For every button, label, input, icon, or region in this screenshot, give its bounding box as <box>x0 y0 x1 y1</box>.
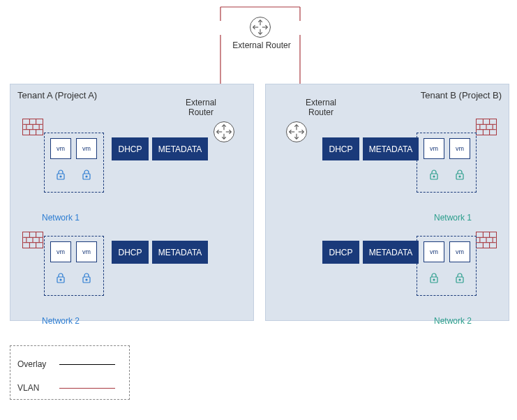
legend-overlay-label: Overlay <box>17 359 59 369</box>
metadata-box: METADATA <box>363 241 419 264</box>
firewall-icon <box>476 119 497 135</box>
legend-row-vlan: VLAN <box>17 380 122 396</box>
vm-box: vm <box>424 241 444 262</box>
legend-box: Overlay VLAN <box>10 345 130 400</box>
metadata-box: METADATA <box>363 137 419 160</box>
dhcp-box: DHCP <box>112 241 149 264</box>
svg-point-92 <box>459 279 460 280</box>
vm-box: vm <box>50 138 71 159</box>
dhcp-box: DHCP <box>322 241 359 264</box>
lock-icon <box>55 169 66 180</box>
metadata-box: METADATA <box>152 137 208 160</box>
dhcp-box: DHCP <box>112 137 149 160</box>
vm-box: vm <box>76 138 97 159</box>
vm-box: vm <box>424 138 444 159</box>
legend-vlan-line <box>59 388 115 389</box>
lock-icon <box>81 272 92 283</box>
svg-point-51 <box>60 176 61 177</box>
external-router-top-label: External Router <box>227 40 297 50</box>
svg-point-77 <box>433 176 435 177</box>
tenant-b-ext-router-label: External Router <box>300 98 342 118</box>
vm-box: vm <box>76 241 97 262</box>
svg-point-53 <box>86 176 87 177</box>
tenant-a-network-1-label: Network 1 <box>42 213 80 223</box>
svg-point-79 <box>459 176 460 177</box>
dhcp-box: DHCP <box>322 137 359 160</box>
tenant-b-network-1-label: Network 1 <box>434 213 472 223</box>
vm-box: vm <box>449 241 470 262</box>
lock-icon <box>428 169 440 180</box>
firewall-icon <box>476 232 497 248</box>
tenant-a-ext-router-label: External Router <box>180 98 222 118</box>
lock-icon <box>428 272 440 283</box>
lock-icon <box>55 272 66 283</box>
svg-point-66 <box>86 279 87 280</box>
router-icon-tenant-a <box>213 121 234 142</box>
vm-box: vm <box>50 241 71 262</box>
firewall-icon <box>22 232 43 248</box>
router-icon-top <box>250 17 271 38</box>
firewall-icon <box>22 119 43 135</box>
tenant-b-title: Tenant B (Project B) <box>421 90 502 100</box>
legend-overlay-line <box>59 364 115 365</box>
lock-icon <box>454 169 465 180</box>
tenant-a-title: Tenant A (Project A) <box>17 90 97 100</box>
legend-row-overlay: Overlay <box>17 356 122 373</box>
lock-icon <box>454 272 465 283</box>
lock-icon <box>81 169 92 180</box>
router-icon-tenant-b <box>286 121 307 142</box>
tenant-b-network-2-label: Network 2 <box>434 316 472 326</box>
diagram-canvas: External Router Tenant A (Project A) Ten… <box>0 0 517 420</box>
metadata-box: METADATA <box>152 241 208 264</box>
svg-point-64 <box>60 279 61 280</box>
tenant-a-network-2-label: Network 2 <box>42 316 80 326</box>
legend-vlan-label: VLAN <box>17 383 59 393</box>
vm-box: vm <box>449 138 470 159</box>
svg-point-90 <box>433 279 435 280</box>
